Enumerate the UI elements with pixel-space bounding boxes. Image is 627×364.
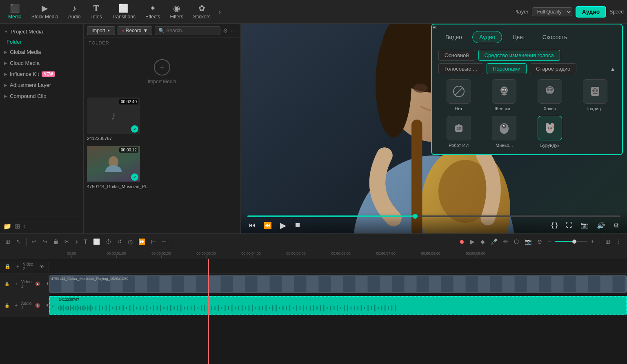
sidebar-item-cloud-media[interactable]: ▶ Cloud Media xyxy=(0,58,83,69)
voice-item-chipmunk[interactable]: Бурундук xyxy=(529,116,570,148)
tl-zoom-slider[interactable] xyxy=(555,241,587,242)
import-placeholder[interactable]: + Import Media xyxy=(140,51,185,93)
tl-undo-btn[interactable]: ↩ xyxy=(30,237,39,246)
tl-text-btn[interactable]: T xyxy=(82,237,89,246)
tl-marker-btn[interactable]: ◆ xyxy=(478,237,487,246)
track-a1-add-btn[interactable]: + xyxy=(13,302,20,309)
tl-more-btn[interactable]: ⋮ xyxy=(614,237,624,246)
progress-bar[interactable] xyxy=(247,215,620,217)
voice-item-minion[interactable]: Миньо... xyxy=(484,116,525,148)
play-back-button[interactable]: ⏪ xyxy=(262,220,273,231)
sidebar-item-adjustment-layer[interactable]: ▶ Adjustment Layer xyxy=(0,80,83,91)
tl-zoom-in-btn[interactable]: + xyxy=(589,237,596,246)
tab-video[interactable]: Видео xyxy=(438,31,469,43)
track-v1-lock-btn[interactable]: 🔒 xyxy=(2,280,11,287)
toolbar-item-effects[interactable]: ✦ Effects xyxy=(140,2,165,21)
voice-item-hacker[interactable]: Хакер xyxy=(529,79,570,111)
tl-grid-btn[interactable]: ⊞ xyxy=(3,237,12,246)
voice-item-ai-robot[interactable]: AI Робот ИИ xyxy=(438,116,479,148)
tl-split-v-btn[interactable]: ⊖ xyxy=(535,237,544,246)
tl-transition-btn[interactable]: ⬡ xyxy=(512,237,521,246)
tl-clock-btn[interactable]: ◷ xyxy=(126,237,135,246)
toolbar-item-filters[interactable]: ◉ Filters xyxy=(165,2,188,21)
video-clip[interactable]: 4750144_Guitar_Musician_Playing_1920x108… xyxy=(49,275,627,293)
grid-icon[interactable]: ⊞ xyxy=(15,222,20,230)
sidebar-item-project-media[interactable]: ▼ Project Media xyxy=(0,26,83,37)
tab-audio[interactable]: Аудио xyxy=(472,31,502,43)
forward-button[interactable]: { } xyxy=(550,220,559,231)
play-button[interactable]: ▶ xyxy=(278,219,288,232)
voice-item-traditional[interactable]: Традиц... xyxy=(575,79,616,111)
tl-layout-btn[interactable]: ⊞ xyxy=(603,237,612,246)
sidebar-item-influence-kit[interactable]: ▶ Influence Kit NEW xyxy=(0,69,83,80)
tl-play-btn[interactable]: ▶ xyxy=(468,237,477,246)
voice-item-female[interactable]: Женски... xyxy=(484,79,525,111)
tl-redo-btn[interactable]: ↪ xyxy=(40,237,49,246)
more-icon[interactable]: ⋯ xyxy=(231,27,237,35)
track-a1-content[interactable]: ♪ 2412238767 xyxy=(49,294,627,317)
rewind-button[interactable]: ⏮ xyxy=(247,220,257,231)
track-v2-eye-btn[interactable]: 👁 xyxy=(38,263,46,270)
folder-add-icon[interactable]: 📁 xyxy=(3,222,11,230)
toolbar-item-stock-media[interactable]: ▶ Stock Media xyxy=(27,2,63,21)
record-button[interactable]: ● Record ▼ xyxy=(118,26,152,35)
tl-arrow-btn[interactable]: ↖ xyxy=(14,237,23,246)
media-item-audio[interactable]: ♪ 00:02:40 ✓ 2412238767 xyxy=(87,98,237,141)
progress-handle[interactable] xyxy=(413,214,418,219)
sub-tab-voice-effects[interactable]: Голосовые ... xyxy=(438,63,483,74)
tl-time-btn[interactable]: ⏱ xyxy=(104,237,113,246)
tl-crop-btn[interactable]: ⬜ xyxy=(91,237,102,246)
toolbar-item-media[interactable]: ⬛ Media xyxy=(3,2,27,21)
track-v1-mute-btn[interactable]: 🔇 xyxy=(33,280,42,287)
tl-zoom-out-btn[interactable]: − xyxy=(546,237,553,246)
track-v2-lock-btn[interactable]: 🔒 xyxy=(2,262,13,271)
collapse-panel-btn[interactable]: ▲ xyxy=(610,63,616,74)
collapse-icon[interactable]: ‹ xyxy=(23,222,25,230)
svg-rect-77 xyxy=(129,305,131,311)
filter-icon[interactable]: ⚙ xyxy=(223,27,228,34)
screenshot-button[interactable]: 📷 xyxy=(579,220,590,231)
tab-speed[interactable]: Скорость xyxy=(536,31,574,43)
sub-tab-voice-changer[interactable]: Средство изменения голоса xyxy=(478,50,560,61)
tl-delete-btn[interactable]: 🗑 xyxy=(51,237,61,246)
sidebar-item-compound-clip[interactable]: ▶ Compound Clip xyxy=(0,91,83,102)
quality-select[interactable]: Full Quality xyxy=(532,7,572,16)
volume-button[interactable]: 🔊 xyxy=(595,220,607,231)
sub-tab-old-radio[interactable]: Старое радио xyxy=(530,63,576,74)
tl-merge-btn[interactable]: ⊣ xyxy=(160,237,169,246)
track-v1-add-btn[interactable]: + xyxy=(13,280,20,287)
toolbar-expand-btn[interactable]: › xyxy=(216,7,224,17)
tl-camera-btn[interactable]: 📷 xyxy=(522,237,534,246)
fullscreen-button[interactable]: ⛶ xyxy=(564,220,574,231)
sub-tab-basic[interactable]: Основной xyxy=(438,50,475,61)
toolbar-item-audio[interactable]: ♪ Audio xyxy=(63,2,86,21)
toolbar-item-transitions[interactable]: ⬜ Transitions xyxy=(107,2,140,21)
track-v2-add-btn[interactable]: + xyxy=(14,262,21,271)
tl-mic-btn[interactable]: 🎤 xyxy=(489,237,500,246)
toolbar-item-titles[interactable]: T Titles xyxy=(85,2,107,21)
search-box[interactable]: 🔍 xyxy=(155,26,220,35)
ruler-content: 00:00 00:00:01:00 00:00:02:00 00:00:03:0… xyxy=(0,249,498,258)
sidebar-active-folder[interactable]: Folder xyxy=(0,37,83,47)
tl-cut-btn[interactable]: ✂ xyxy=(62,237,71,246)
track-a1-lock-btn[interactable]: 🔒 xyxy=(2,302,11,309)
media-item-video[interactable]: 00:00:12 ✓ 4750144_Guitar_Musician_Pl... xyxy=(87,146,237,189)
tl-edit-btn[interactable]: ✏ xyxy=(501,237,510,246)
tl-split-btn[interactable]: ⊢ xyxy=(149,237,158,246)
voice-item-none[interactable]: Нет xyxy=(438,79,479,111)
sidebar-item-global-media[interactable]: ▶ Global Media xyxy=(0,47,83,58)
settings-button[interactable]: ⚙ xyxy=(611,220,620,231)
audio-clip[interactable]: ♪ 2412238767 xyxy=(49,296,627,315)
tl-forward-btn[interactable]: ⏩ xyxy=(136,237,147,246)
stop-button[interactable]: ⏹ xyxy=(293,220,302,231)
track-a1-mute-btn[interactable]: 🔇 xyxy=(33,302,42,309)
search-input[interactable] xyxy=(166,28,199,33)
sub-tab-characters[interactable]: Персонажи xyxy=(487,63,527,74)
track-v1-content[interactable]: 4750144_Guitar_Musician_Playing_1920x108… xyxy=(49,274,627,294)
toolbar-item-stickers[interactable]: ✿ Stickers xyxy=(188,2,216,21)
tl-rotate-btn[interactable]: ↺ xyxy=(115,237,124,246)
import-button[interactable]: Import ▼ xyxy=(87,26,115,35)
tl-record-btn[interactable]: ⏺ xyxy=(457,237,467,246)
tl-audio-btn[interactable]: ♪ xyxy=(73,237,80,246)
tab-color[interactable]: Цвет xyxy=(505,31,532,43)
